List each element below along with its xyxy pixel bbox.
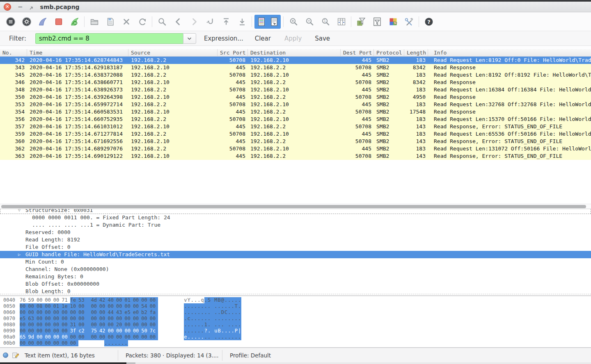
ascii-char[interactable]: . — [187, 322, 190, 328]
ascii-char[interactable]: . — [197, 334, 201, 340]
hex-byte[interactable]: 00 — [150, 303, 158, 309]
hex-byte[interactable]: 7c — [150, 328, 158, 334]
hex-byte[interactable]: 00 — [45, 303, 53, 309]
hex-byte[interactable]: 4d — [87, 297, 99, 303]
hex-byte[interactable]: 00 — [87, 309, 99, 316]
hex-byte[interactable]: 65 — [20, 334, 28, 340]
ascii-char[interactable]: . — [187, 309, 190, 316]
ascii-char[interactable]: . — [214, 309, 218, 316]
ascii-char[interactable]: . — [228, 334, 231, 340]
ascii-char[interactable]: . — [197, 316, 201, 322]
hex-byte[interactable]: 01 — [53, 303, 62, 309]
hex-byte[interactable]: e5 — [20, 316, 28, 322]
ascii-char[interactable]: . — [235, 309, 238, 316]
hex-byte[interactable]: 00 — [62, 309, 70, 316]
resize-grip[interactable] — [126, 362, 135, 364]
detail-row[interactable]: Reserved: 0000 — [0, 229, 591, 236]
ascii-char[interactable]: . — [224, 334, 228, 340]
hex-byte[interactable]: 00 — [150, 334, 158, 340]
ascii-char[interactable]: . — [221, 322, 224, 328]
ascii-char[interactable] — [224, 322, 228, 328]
hex-byte[interactable]: 00 — [116, 303, 124, 309]
ascii-char[interactable]: . — [108, 340, 111, 346]
hex-byte[interactable]: 44 — [108, 309, 116, 316]
detail-row[interactable]: Channel: None (0x00000000) — [0, 266, 591, 273]
hex-byte[interactable]: 31 — [70, 322, 78, 328]
hex-byte[interactable]: 00 — [108, 334, 116, 340]
save-filter-button[interactable]: Save — [315, 35, 330, 42]
hex-byte[interactable]: 00 — [133, 316, 141, 322]
hex-byte[interactable]: fe — [70, 297, 78, 303]
zoom-in-button[interactable] — [285, 14, 301, 29]
ascii-char[interactable]: @ — [221, 297, 224, 303]
hex-byte[interactable]: 00 — [37, 322, 45, 328]
hex-byte[interactable]: 00 — [99, 316, 108, 322]
ascii-char[interactable]: . — [208, 303, 211, 309]
hex-byte[interactable]: 00 — [20, 322, 28, 328]
expander-closed-icon[interactable]: ▷ — [18, 251, 21, 258]
hex-byte[interactable]: 00 — [78, 316, 87, 322]
detail-row[interactable]: Blob Offset: 0x00000000 — [0, 280, 591, 288]
hex-byte[interactable]: 00 — [87, 303, 99, 309]
hex-byte[interactable]: 00 — [45, 297, 53, 303]
ascii-char[interactable]: . — [228, 309, 231, 316]
hex-byte[interactable]: 00 — [45, 316, 53, 322]
ascii-char[interactable]: . — [238, 297, 241, 303]
ascii-char[interactable]: 1 — [204, 322, 208, 328]
close-file-button[interactable] — [118, 14, 134, 29]
ascii-char[interactable]: . — [184, 322, 187, 328]
column-header-protocol[interactable]: Protocol — [374, 49, 404, 56]
packet-row-363[interactable]: 3632020-04-16 17:35:14.690129122192.168.… — [0, 152, 591, 160]
ascii-char[interactable]: . — [208, 322, 211, 328]
ascii-char[interactable]: . — [221, 328, 224, 334]
hex-byte[interactable]: 00 — [141, 322, 149, 328]
hex-byte[interactable]: 00 — [99, 334, 108, 340]
detail-row[interactable]: Min Count: 0 — [0, 258, 591, 266]
ascii-char[interactable]: . — [218, 303, 221, 309]
hex-byte[interactable]: 00 — [62, 322, 70, 328]
ascii-char[interactable]: . — [228, 303, 231, 309]
hex-byte[interactable]: 00 — [45, 334, 53, 340]
go-to-bottom-button[interactable] — [234, 14, 250, 29]
hex-byte[interactable]: 00 — [133, 322, 141, 328]
hex-byte[interactable]: 00 — [116, 316, 124, 322]
ascii-char[interactable]: . — [187, 303, 190, 309]
packet-row-353[interactable]: 3532020-04-16 17:35:14.659972714192.168.… — [0, 101, 591, 108]
ascii-char[interactable]: . — [228, 328, 231, 334]
ascii-char[interactable]: . — [204, 303, 208, 309]
filter-history-dropdown[interactable] — [183, 33, 196, 44]
hex-byte[interactable]: 00 — [62, 316, 70, 322]
ascii-char[interactable]: . — [104, 340, 108, 346]
hex-byte[interactable]: 50 — [141, 328, 149, 334]
ascii-char[interactable]: . — [197, 303, 201, 309]
hex-byte[interactable]: 00 — [70, 334, 78, 340]
ascii-char[interactable]: . — [214, 322, 218, 328]
hex-byte[interactable]: 01 — [124, 297, 133, 303]
ascii-char[interactable]: . — [194, 309, 197, 316]
hex-byte[interactable]: 00 — [28, 322, 36, 328]
ascii-char[interactable]: . — [238, 322, 241, 328]
ascii-char[interactable]: . — [204, 334, 208, 340]
packet-row-362[interactable]: 3622020-04-16 17:35:14.689297076192.168.… — [0, 145, 591, 152]
ascii-char[interactable]: . — [191, 328, 194, 334]
column-header-length[interactable]: Length — [404, 49, 428, 56]
ascii-char[interactable]: . — [235, 297, 238, 303]
packet-row-343[interactable]: 3432020-04-16 17:35:14.629183187192.168.… — [0, 64, 591, 71]
hex-byte[interactable]: 00 — [28, 328, 36, 334]
hex-byte[interactable]: 00 — [150, 316, 158, 322]
hex-byte[interactable]: 00 — [78, 322, 87, 328]
ascii-char[interactable]: . — [218, 309, 221, 316]
ascii-char[interactable]: . — [194, 297, 197, 303]
hex-byte[interactable]: 00 — [53, 297, 62, 303]
hex-byte[interactable]: 00 — [28, 303, 36, 309]
open-file-button[interactable] — [86, 14, 102, 29]
ascii-char[interactable]: . — [187, 334, 190, 340]
ascii-char[interactable]: . — [191, 297, 194, 303]
ascii-char[interactable]: . — [194, 316, 197, 322]
hex-byte[interactable]: 00 — [87, 334, 99, 340]
packet-row-354[interactable]: 3542020-04-16 17:35:14.660583531192.168.… — [0, 108, 591, 116]
hex-byte[interactable]: 00 — [70, 316, 78, 322]
hex-byte[interactable]: 20 — [116, 322, 124, 328]
column-header-info[interactable]: Info — [428, 49, 591, 56]
ascii-char[interactable]: . — [238, 303, 241, 309]
